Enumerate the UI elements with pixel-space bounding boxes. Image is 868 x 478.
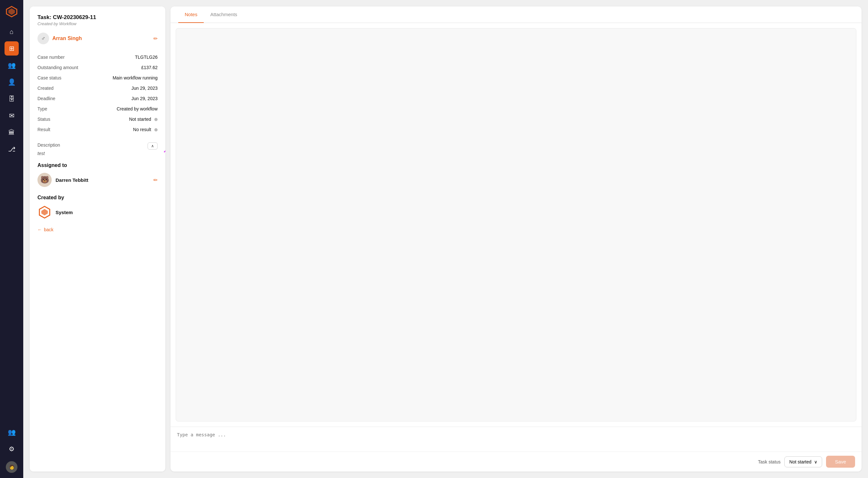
sidebar: ⌂ ⊞ 👥 👤 🗄 ✉ 🏛 ⎇ 👥 ⚙ 🧑 <box>0 0 23 478</box>
status-row: Status Not started <box>37 114 158 124</box>
task-title: Task: CW-20230629-11 <box>37 14 158 21</box>
contact-icon: 👤 <box>8 78 16 86</box>
created-by-section: Created by System <box>37 195 158 219</box>
sidebar-item-contact[interactable]: 👤 <box>4 75 19 89</box>
status-label: Status <box>37 114 89 124</box>
sidebar-item-settings[interactable]: ⚙ <box>4 442 19 456</box>
edit-assigned-icon[interactable]: ✏ <box>153 177 158 183</box>
outstanding-row: Outstanding amount £137.62 <box>37 62 158 73</box>
created-by-row: System <box>37 205 158 219</box>
deadline-row: Deadline Jun 29, 2023 <box>37 93 158 104</box>
tab-attachments[interactable]: Attachments <box>204 6 244 23</box>
chevron-up-icon: ∧ <box>151 144 154 148</box>
tabs-bar: Notes Attachments <box>170 6 862 23</box>
task-subtitle: Created by Workflow <box>37 21 158 26</box>
case-number-row: Case number TLGTLG26 <box>37 52 158 62</box>
status-value: Not started <box>129 117 151 122</box>
assigned-person-avatar-icon: 🐻 <box>40 176 49 184</box>
outstanding-label: Outstanding amount <box>37 62 89 73</box>
result-row: Result No result <box>37 124 158 135</box>
assigned-to-label: Assigned to <box>37 162 158 168</box>
assigned-person-avatar: 🐻 <box>37 173 52 187</box>
notes-content-area <box>176 28 857 421</box>
task-status-label: Task status <box>758 459 780 465</box>
bank-icon: 🏛 <box>8 129 15 136</box>
status-dropdown-value: Not started <box>789 459 811 465</box>
chevron-down-icon: ∨ <box>814 459 817 465</box>
created-value: Jun 29, 2023 <box>89 83 158 93</box>
sidebar-item-people[interactable]: 👥 <box>4 58 19 72</box>
created-label: Created <box>37 83 89 93</box>
sidebar-item-mail[interactable]: ✉ <box>4 109 19 123</box>
svg-marker-1 <box>8 8 15 15</box>
branch-icon: ⎇ <box>8 145 16 153</box>
user-avatar[interactable]: 🧑 <box>6 461 18 473</box>
message-input[interactable] <box>177 432 855 445</box>
sidebar-item-bank[interactable]: 🏛 <box>4 125 19 140</box>
description-toggle-button[interactable]: ∧ <box>148 143 158 150</box>
result-cell: No result <box>89 124 158 135</box>
deadline-label: Deadline <box>37 93 89 104</box>
back-link[interactable]: ← back <box>37 227 158 232</box>
sidebar-item-board[interactable]: ⊞ <box>4 41 19 56</box>
svg-marker-4 <box>41 209 48 215</box>
description-text: test <box>37 151 158 156</box>
created-by-label: Created by <box>37 195 158 201</box>
result-label: Result <box>37 124 89 135</box>
sidebar-item-team[interactable]: 👥 <box>4 425 19 439</box>
people-icon: 👥 <box>8 61 16 69</box>
task-info-table: Case number TLGTLG26 Outstanding amount … <box>37 52 158 135</box>
system-logo-icon <box>37 205 52 219</box>
settings-icon: ⚙ <box>9 445 14 453</box>
database-icon: 🗄 <box>8 95 15 103</box>
result-value: No result <box>133 127 151 132</box>
task-detail-panel: Task: CW-20230629-11 Created by Workflow… <box>30 6 165 472</box>
home-icon: ⌂ <box>10 28 13 35</box>
result-dot <box>154 128 158 131</box>
mail-icon: ✉ <box>9 112 14 119</box>
description-label: Description <box>37 143 60 148</box>
message-input-area <box>170 427 862 451</box>
created-by-name: System <box>56 210 73 215</box>
case-status-row: Case status Main workflow running <box>37 73 158 83</box>
assigned-person-row: 🐻 Darren Tebbitt ✏ <box>37 173 158 187</box>
created-row: Created Jun 29, 2023 <box>37 83 158 93</box>
save-button[interactable]: Save <box>826 456 855 468</box>
main-content: Task: CW-20230629-11 Created by Workflow… <box>23 0 868 478</box>
sidebar-item-branch[interactable]: ⎇ <box>4 142 19 156</box>
deadline-value: Jun 29, 2023 <box>89 93 158 104</box>
description-row: Description ∧ <box>37 143 158 150</box>
case-status-label: Case status <box>37 73 89 83</box>
outstanding-value: £137.62 <box>89 62 158 73</box>
type-row: Type Created by workflow <box>37 104 158 114</box>
bottom-bar: Task status Not started ∨ Save <box>170 451 862 472</box>
tab-notes[interactable]: Notes <box>178 6 204 23</box>
type-label: Type <box>37 104 89 114</box>
case-status-value: Main workflow running <box>89 73 158 83</box>
status-dot <box>154 118 158 121</box>
assignee-name: Arran Singh <box>52 35 150 41</box>
team-icon: 👥 <box>8 428 16 436</box>
case-number-label: Case number <box>37 52 89 62</box>
notes-panel: Notes Attachments Task status Not starte… <box>170 6 862 472</box>
assignee-row: ♂ Arran Singh ✏ <box>37 33 158 44</box>
assigned-person-name: Darren Tebbitt <box>56 177 150 183</box>
case-number-value: TLGTLG26 <box>89 52 158 62</box>
back-label: back <box>44 227 54 232</box>
sidebar-item-home[interactable]: ⌂ <box>4 25 19 39</box>
description-section: Description ∧ test <box>37 143 158 156</box>
assignee-avatar: ♂ <box>37 33 49 44</box>
board-icon: ⊞ <box>9 44 14 52</box>
avatar-icon: 🧑 <box>9 465 14 470</box>
sidebar-item-database[interactable]: 🗄 <box>4 92 19 106</box>
app-logo[interactable] <box>5 5 18 18</box>
status-dropdown[interactable]: Not started ∨ <box>784 456 822 467</box>
back-arrow-icon: ← <box>37 227 42 232</box>
edit-assignee-icon[interactable]: ✏ <box>153 35 158 42</box>
gender-icon: ♂ <box>41 35 45 42</box>
type-value: Created by workflow <box>89 104 158 114</box>
status-cell: Not started <box>89 114 158 124</box>
